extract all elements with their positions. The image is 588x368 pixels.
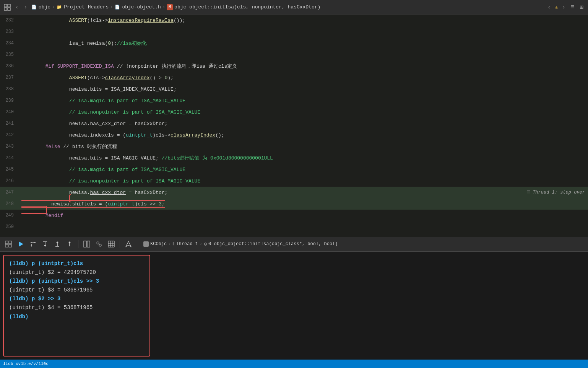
toolbar-sep-2 xyxy=(120,240,120,248)
nav-sep-1: › xyxy=(52,5,55,10)
nav-right-prev[interactable]: ‹ xyxy=(546,3,552,11)
status-text: lldb_xv1b.e/v/110c xyxy=(3,361,49,366)
svg-point-22 xyxy=(97,242,99,244)
back-arrow[interactable]: ‹ xyxy=(14,3,20,11)
lldb-output-text-3: (uintptr_t) $4 = 536871965 xyxy=(9,304,93,311)
status-bar: lldb_xv1b.e/v/110c xyxy=(0,360,588,368)
lldb-line-2: (lldb) p (uintptr_t)cls >> 3 xyxy=(9,277,144,286)
step-out-btn[interactable] xyxy=(52,239,63,249)
code-content-249: #endif xyxy=(20,207,588,224)
main-container: 232 ASSERT(!cls->instancesRequireRawIsa(… xyxy=(0,15,588,368)
code-line-232: 232 ASSERT(!cls->instancesRequireRawIsa(… xyxy=(0,15,588,26)
line-num-243: 243 xyxy=(0,144,20,149)
nav-item-objc[interactable]: 📄 objc xyxy=(31,4,50,10)
line-num-249: 249 xyxy=(0,213,20,218)
lldb-prompt-2: (lldb) xyxy=(9,278,28,284)
line-num-242: 242 xyxy=(0,132,20,138)
code-line-234: 234 isa_t newisa(0);//isa初始化 xyxy=(0,37,588,49)
line-num-248: 248 xyxy=(0,201,20,207)
kcobj-icon xyxy=(143,241,149,247)
svg-marker-19 xyxy=(68,241,71,243)
code-content-250 xyxy=(20,224,588,230)
svg-line-24 xyxy=(99,244,100,245)
toolbar-sep-1 xyxy=(78,240,78,248)
line-num-233: 233 xyxy=(0,29,20,34)
menu-lines-btn[interactable]: ≡ xyxy=(569,3,576,11)
nav-item-method[interactable]: M objc_object::initIsa(cls, nonpointer, … xyxy=(167,4,320,10)
forward-arrow[interactable]: › xyxy=(22,3,28,11)
line-num-245: 245 xyxy=(0,167,20,172)
kcobj-label: KCObjc xyxy=(150,241,167,247)
line-num-250: 250 xyxy=(0,224,20,230)
breadcrumb-sep-1: › xyxy=(168,241,171,247)
m-icon: M xyxy=(167,4,173,10)
svg-rect-25 xyxy=(108,241,114,247)
nav-item-objc-object-h[interactable]: 📄 objc-object.h xyxy=(114,4,161,10)
svg-marker-30 xyxy=(126,241,131,247)
nav-label-project-headers: Project Headers xyxy=(64,4,109,10)
line-num-241: 241 xyxy=(0,121,20,126)
console-area: (lldb) p (uintptr_t)cls (uintptr_t) $2 =… xyxy=(0,251,588,368)
breakpoints-btn[interactable] xyxy=(3,239,14,249)
line-num-238: 238 xyxy=(0,86,20,92)
svg-marker-11 xyxy=(31,246,32,247)
lldb-cmd-1: p (uintptr_t)cls xyxy=(28,261,83,267)
line-num-237: 237 xyxy=(0,75,20,80)
code-line-249: 249 #endif xyxy=(0,210,588,221)
nav-right: ‹ ⚠ › ≡ ⊞ xyxy=(546,3,585,12)
nav-item-project-headers[interactable]: 📁 Project Headers xyxy=(56,4,109,10)
line-num-232: 232 xyxy=(0,18,20,23)
lldb-prompt-3: (lldb) xyxy=(9,296,28,302)
split-view-btn[interactable] xyxy=(81,239,92,249)
lldb-console[interactable]: (lldb) p (uintptr_t)cls (uintptr_t) $2 =… xyxy=(3,255,150,357)
svg-rect-0 xyxy=(4,4,7,7)
view-grid-btn[interactable] xyxy=(106,239,117,249)
code-content-232: ASSERT(!cls->instancesRequireRawIsa()); xyxy=(20,15,588,29)
svg-marker-16 xyxy=(56,241,58,243)
line-num-247: 247 xyxy=(0,190,20,195)
thread-bars-icon: ⦀ xyxy=(172,241,174,247)
line-num-235: 235 xyxy=(0,52,20,57)
svg-rect-21 xyxy=(87,241,90,247)
line-num-246: 246 xyxy=(0,178,20,184)
h-file-icon: 📄 xyxy=(114,4,120,10)
nav-label-method: objc_object::initIsa(cls, nonpointer, ha… xyxy=(174,4,320,10)
nav-label-objc-object-h: objc-object.h xyxy=(122,4,161,10)
goto-btn[interactable] xyxy=(123,239,134,249)
continue-btn[interactable] xyxy=(15,239,26,249)
nav-right-next[interactable]: › xyxy=(560,3,567,11)
return-btn[interactable] xyxy=(64,239,75,249)
nav-sep-3: › xyxy=(162,5,165,10)
lldb-line-1: (lldb) p (uintptr_t)cls xyxy=(9,259,144,268)
svg-rect-2 xyxy=(4,8,7,10)
step-in-btn[interactable] xyxy=(40,239,50,249)
svg-rect-7 xyxy=(9,244,11,247)
lldb-line-4: (lldb) xyxy=(9,313,144,321)
toolbar-sep-3 xyxy=(137,240,137,248)
svg-rect-4 xyxy=(5,241,8,244)
lldb-output-text-2: (uintptr_t) $3 = 536871965 xyxy=(9,287,93,293)
nav-bar: ‹ › 📄 objc › 📁 Project Headers › 📄 objc-… xyxy=(0,0,588,15)
split-btn[interactable]: ⊞ xyxy=(578,3,585,12)
code-content-234: isa_t newisa(0);//isa初始化 xyxy=(20,34,588,52)
line-num-236: 236 xyxy=(0,64,20,69)
svg-rect-5 xyxy=(9,241,11,244)
line-num-239: 239 xyxy=(0,98,20,103)
svg-marker-8 xyxy=(19,241,23,247)
line-num-234: 234 xyxy=(0,41,20,46)
lldb-cmd-2: p (uintptr_t)cls >> 3 xyxy=(28,278,99,284)
folder-icon: 📁 xyxy=(56,4,62,10)
debug-toolbar: KCObjc › ⦀ Thread 1 › ⚙ 0 objc_object::i… xyxy=(0,237,588,251)
lldb-output-text-1: (uintptr_t) $2 = 4294975720 xyxy=(9,269,96,275)
svg-marker-13 xyxy=(44,245,46,247)
function-btn[interactable] xyxy=(94,239,104,249)
frame-label: 0 objc_object::initIsa(objc_class*, bool… xyxy=(208,241,338,247)
breadcrumb-sep-2: › xyxy=(200,241,202,247)
svg-rect-6 xyxy=(5,244,8,247)
nav-sep-2: › xyxy=(110,5,113,10)
grid-icon[interactable] xyxy=(3,3,11,11)
step-over-btn[interactable] xyxy=(28,239,38,249)
code-editor[interactable]: 232 ASSERT(!cls->instancesRequireRawIsa(… xyxy=(0,15,588,237)
lldb-prompt-4: (lldb) xyxy=(9,314,28,320)
lldb-cmd-3: p $2 >> 3 xyxy=(28,296,60,302)
